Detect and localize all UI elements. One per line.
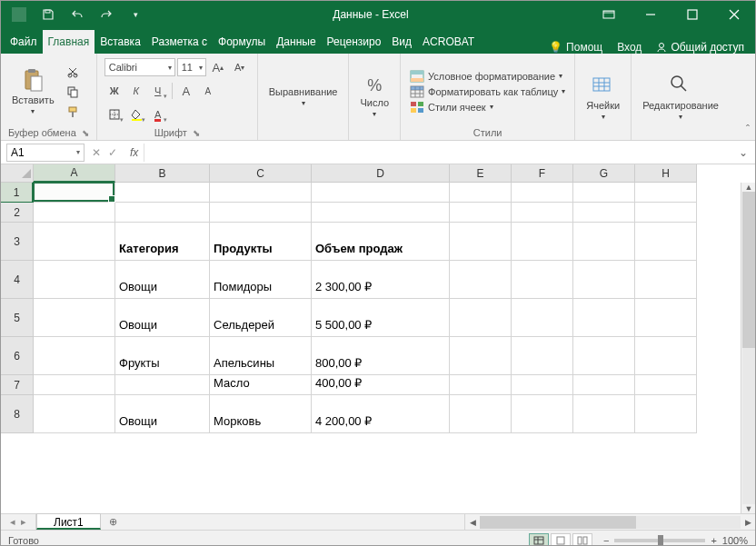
row-header[interactable]: 7 — [1, 375, 34, 395]
column-header[interactable]: G — [573, 164, 635, 183]
fill-color-icon[interactable] — [126, 104, 146, 124]
undo-icon[interactable] — [68, 5, 86, 24]
cell[interactable] — [512, 223, 573, 261]
tab-insert[interactable]: Вставка — [94, 30, 146, 54]
maximize-icon[interactable] — [671, 1, 713, 28]
copy-icon[interactable] — [64, 84, 82, 100]
column-header[interactable]: D — [312, 164, 450, 183]
column-header[interactable]: B — [115, 164, 210, 183]
cell[interactable] — [635, 203, 697, 223]
cell[interactable] — [635, 261, 697, 299]
select-all-corner[interactable] — [1, 164, 34, 183]
ribbon-options-icon[interactable] — [588, 1, 630, 28]
format-as-table-button[interactable]: Форматировать как таблицу▾ — [408, 84, 567, 99]
clipboard-dialog-launcher[interactable]: ⬊ — [82, 128, 89, 138]
number-button[interactable]: %Число▾ — [356, 74, 393, 120]
add-sheet-icon[interactable]: ⊕ — [101, 514, 126, 530]
tab-view[interactable]: Вид — [386, 30, 417, 54]
signin-link[interactable]: Вход — [612, 41, 647, 54]
format-painter-icon[interactable] — [64, 104, 82, 120]
tab-review[interactable]: Рецензиро — [322, 30, 387, 54]
cell[interactable] — [34, 203, 115, 223]
cell[interactable] — [34, 223, 115, 261]
alignment-button[interactable]: Выравнивание▾ — [265, 84, 342, 109]
fx-icon[interactable]: fx — [124, 146, 144, 159]
name-box[interactable]: A1 — [6, 144, 85, 162]
column-header[interactable]: C — [210, 164, 312, 183]
scroll-down-icon[interactable]: ▼ — [741, 504, 756, 513]
cell[interactable] — [512, 261, 573, 299]
cell[interactable] — [635, 395, 697, 433]
close-icon[interactable] — [713, 1, 755, 28]
cell[interactable] — [512, 337, 573, 375]
cell[interactable]: 800,00 ₽ — [312, 337, 450, 375]
column-header[interactable]: H — [635, 164, 697, 183]
cell[interactable] — [573, 299, 635, 337]
zoom-control[interactable]: − + 100% — [603, 535, 748, 546]
expand-formula-bar-icon[interactable]: ⌄ — [731, 146, 755, 159]
share-button[interactable]: Общий доступ — [651, 41, 750, 54]
cell[interactable] — [34, 261, 115, 299]
cell[interactable] — [115, 203, 210, 223]
cell[interactable] — [573, 395, 635, 433]
cell[interactable] — [450, 203, 512, 223]
normal-view-icon[interactable] — [529, 533, 549, 547]
vertical-scrollbar[interactable]: ▲ ▼ — [741, 183, 755, 513]
tab-acrobat[interactable]: ACROBAT — [417, 30, 480, 54]
tell-me[interactable]: 💡Помощ — [543, 41, 608, 54]
cell[interactable]: 400,00 ₽ — [312, 375, 450, 395]
cell[interactable] — [635, 183, 697, 203]
font-color-icon[interactable]: A — [148, 104, 168, 124]
cell[interactable] — [573, 375, 635, 395]
cell[interactable] — [115, 183, 210, 203]
cell[interactable] — [635, 223, 697, 261]
cell[interactable] — [635, 337, 697, 375]
row-header[interactable]: 4 — [1, 261, 34, 299]
decrease-font-icon-2[interactable]: A — [198, 81, 218, 101]
font-dialog-launcher[interactable]: ⬊ — [193, 128, 200, 138]
font-name-combo[interactable]: Calibri — [104, 58, 175, 76]
cell[interactable] — [573, 223, 635, 261]
formula-input[interactable] — [144, 144, 731, 162]
cell[interactable]: 5 500,00 ₽ — [312, 299, 450, 337]
cell[interactable]: 2 300,00 ₽ — [312, 261, 450, 299]
horizontal-scrollbar[interactable]: ◀ ▶ — [464, 514, 755, 530]
cell[interactable]: Категория — [115, 223, 210, 261]
vscroll-thumb[interactable] — [742, 192, 755, 348]
cell[interactable] — [115, 375, 210, 395]
page-layout-view-icon[interactable] — [551, 533, 571, 547]
increase-font-icon[interactable]: A▴ — [208, 57, 228, 77]
cell[interactable] — [210, 203, 312, 223]
cell[interactable] — [312, 183, 450, 203]
decrease-font-icon[interactable]: A▾ — [230, 57, 250, 77]
column-header[interactable]: F — [512, 164, 573, 183]
cell[interactable] — [512, 183, 573, 203]
page-break-view-icon[interactable] — [572, 533, 592, 547]
cell[interactable] — [450, 375, 512, 395]
cell[interactable] — [312, 203, 450, 223]
zoom-in-icon[interactable]: + — [711, 535, 716, 546]
cell[interactable]: Морковь — [210, 395, 312, 433]
cell[interactable]: Масло — [210, 375, 312, 395]
tab-layout[interactable]: Разметка с — [146, 30, 213, 54]
scroll-right-icon[interactable]: ▶ — [741, 518, 755, 527]
cell[interactable] — [450, 337, 512, 375]
scroll-up-icon[interactable]: ▲ — [741, 183, 756, 192]
cells-button[interactable]: Ячейки▾ — [582, 71, 623, 123]
cell[interactable] — [635, 299, 697, 337]
cell[interactable] — [512, 203, 573, 223]
scroll-left-icon[interactable]: ◀ — [465, 518, 480, 527]
cell[interactable] — [573, 261, 635, 299]
cell[interactable]: Овощи — [115, 299, 210, 337]
editing-button[interactable]: Редактирование▾ — [639, 71, 722, 123]
cell[interactable] — [450, 261, 512, 299]
cell[interactable]: Продукты — [210, 223, 312, 261]
cell[interactable]: Фрукты — [115, 337, 210, 375]
redo-icon[interactable] — [97, 5, 115, 24]
column-header[interactable]: E — [450, 164, 512, 183]
row-header[interactable]: 5 — [1, 299, 34, 337]
cell[interactable]: 4 200,00 ₽ — [312, 395, 450, 433]
sheet-tab[interactable]: Лист1 — [36, 513, 101, 530]
bold-button[interactable]: Ж — [104, 81, 124, 101]
tab-home[interactable]: Главная — [43, 30, 95, 54]
